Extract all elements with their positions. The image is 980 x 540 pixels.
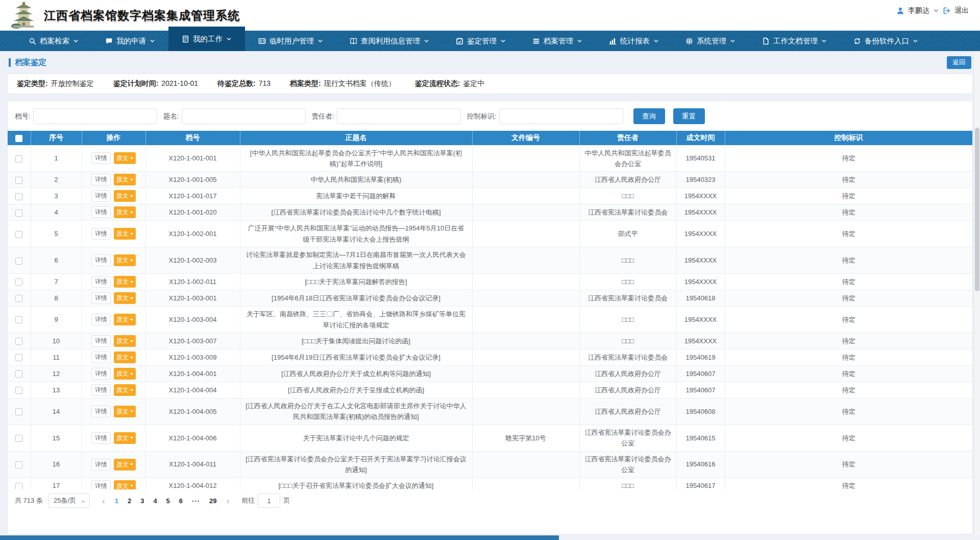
page-size-select[interactable]: 25条/页	[48, 494, 90, 508]
page-number-2[interactable]: 2	[128, 497, 131, 505]
original-button[interactable]: 原文	[114, 174, 136, 185]
nav-item-reading-info-mgmt[interactable]: 查阅利用信息管理	[336, 31, 443, 51]
horizontal-scrollbar[interactable]	[0, 535, 973, 540]
nav-item-archive-search[interactable]: 档案检索	[15, 31, 92, 51]
row-checkbox[interactable]	[15, 177, 22, 184]
original-button[interactable]: 原文	[114, 254, 136, 266]
logout-icon[interactable]	[943, 7, 951, 15]
original-button[interactable]: 原文	[114, 190, 136, 202]
row-checkbox[interactable]	[15, 435, 22, 442]
original-button[interactable]: 原文	[114, 406, 136, 417]
row-checkbox[interactable]	[15, 257, 22, 265]
search-button[interactable]: 查询	[633, 108, 665, 124]
original-button[interactable]: 原文	[114, 368, 136, 380]
reset-button[interactable]: 重置	[673, 108, 705, 124]
doc-date: 19540616	[676, 451, 725, 478]
row-checkbox-cell	[8, 366, 31, 382]
detail-button[interactable]: 详情	[91, 335, 111, 347]
next-page-button[interactable]: ›	[227, 497, 230, 505]
detail-button[interactable]: 详情	[91, 190, 111, 202]
detail-button[interactable]: 详情	[91, 384, 111, 396]
nav-item-system-mgmt[interactable]: 系统管理	[672, 31, 749, 51]
info-item: 鉴定类型:开放控制鉴定	[17, 79, 94, 88]
row-checkbox[interactable]	[15, 278, 22, 286]
detail-button[interactable]: 详情	[91, 459, 111, 471]
doc-date: 19540607	[676, 366, 725, 382]
goto-page-input[interactable]	[258, 494, 280, 508]
page-number-4[interactable]: 4	[153, 497, 157, 505]
detail-button[interactable]: 详情	[91, 432, 111, 444]
info-value: 2021-10-01	[161, 79, 198, 87]
detail-button[interactable]: 详情	[91, 152, 111, 164]
detail-button[interactable]: 详情	[91, 368, 111, 380]
original-button[interactable]: 原文	[114, 351, 136, 363]
vertical-scrollbar[interactable]	[973, 51, 980, 535]
detail-button[interactable]: 详情	[91, 228, 111, 240]
original-button[interactable]: 原文	[114, 228, 136, 240]
vertical-scrollbar-thumb[interactable]	[975, 128, 979, 291]
page-number-29[interactable]: 29	[209, 497, 216, 505]
row-checkbox[interactable]	[15, 461, 22, 468]
filter-input-docno[interactable]	[33, 108, 157, 124]
row-checkbox[interactable]	[15, 338, 22, 345]
nav-item-work-doc-mgmt[interactable]: 工作文档管理	[749, 31, 840, 51]
doc-number: X120-1-001-020	[145, 204, 240, 221]
original-button[interactable]: 原文	[114, 276, 136, 288]
detail-button[interactable]: 详情	[91, 276, 111, 288]
nav-item-my-work[interactable]: 我的工作	[168, 27, 245, 51]
nav-item-backup-entry[interactable]: 备份软件入口	[840, 31, 932, 51]
page-number-5[interactable]: 5	[166, 497, 170, 505]
row-checkbox[interactable]	[15, 155, 22, 162]
prev-page-button[interactable]: ‹	[102, 497, 105, 505]
nav-item-appraisal-mgmt[interactable]: 鉴定管理	[443, 31, 519, 51]
detail-button[interactable]: 详情	[91, 206, 111, 218]
doc-number: X120-1-003-001	[145, 290, 240, 307]
nav-item-temp-user-mgmt[interactable]: 临时用户管理	[245, 31, 336, 51]
nav-item-my-apply[interactable]: 我的申请	[92, 31, 168, 51]
filter-input-title[interactable]	[182, 108, 306, 124]
original-button[interactable]: 原文	[114, 384, 136, 396]
original-button[interactable]: 原文	[114, 152, 136, 164]
original-button[interactable]: 原文	[114, 480, 136, 489]
detail-button[interactable]: 详情	[91, 174, 111, 185]
row-checkbox[interactable]	[15, 209, 22, 217]
user-name[interactable]: 李鹏达	[908, 6, 929, 15]
horizontal-scrollbar-thumb[interactable]	[0, 535, 559, 540]
page-number-3[interactable]: 3	[140, 497, 144, 505]
detail-button[interactable]: 详情	[91, 480, 111, 489]
table-row: 5详情原文X120-1-002-001广泛开展“中华人民共和国宪法草案”运动的动…	[8, 221, 972, 247]
row-checkbox[interactable]	[15, 483, 22, 489]
nav-item-stats-report[interactable]: 统计报表	[596, 31, 672, 51]
row-checkbox[interactable]	[15, 370, 22, 378]
original-button[interactable]: 原文	[114, 335, 136, 347]
page-number-1[interactable]: 1	[115, 497, 118, 505]
more-pages-button[interactable]: ···	[192, 497, 200, 505]
filter-input-responsible[interactable]	[337, 108, 461, 124]
original-button[interactable]: 原文	[114, 206, 136, 218]
doc-title: 关于军区、南昌铁路、三三〇厂、省协商会、上饶铁路和萍乡煤矿等单位宪草讨论汇报的各…	[240, 307, 472, 333]
row-checkbox[interactable]	[15, 295, 22, 302]
row-checkbox[interactable]	[15, 408, 22, 415]
back-button[interactable]: 返回	[947, 56, 971, 69]
page-number-6[interactable]: 6	[179, 497, 183, 505]
logout-label[interactable]: 退出	[954, 6, 969, 15]
original-button[interactable]: 原文	[114, 292, 136, 304]
detail-button[interactable]: 详情	[91, 314, 111, 325]
detail-button[interactable]: 详情	[91, 254, 111, 266]
detail-button[interactable]: 详情	[91, 292, 111, 304]
caret-down-icon	[130, 260, 133, 262]
original-button[interactable]: 原文	[114, 432, 136, 444]
detail-button[interactable]: 详情	[91, 406, 111, 417]
original-button[interactable]: 原文	[114, 459, 136, 471]
select-all-checkbox[interactable]	[15, 135, 22, 142]
filter-input-control-flag[interactable]	[499, 108, 623, 124]
row-checkbox[interactable]	[15, 316, 22, 323]
detail-button[interactable]: 详情	[91, 351, 111, 363]
row-checkbox[interactable]	[15, 231, 22, 238]
row-checkbox[interactable]	[15, 193, 22, 200]
row-checkbox[interactable]	[15, 387, 22, 394]
nav-item-archive-mgmt[interactable]: 档案管理	[519, 31, 596, 51]
original-button[interactable]: 原文	[114, 314, 136, 325]
chevron-down-icon[interactable]	[933, 8, 939, 14]
row-checkbox[interactable]	[15, 354, 22, 361]
